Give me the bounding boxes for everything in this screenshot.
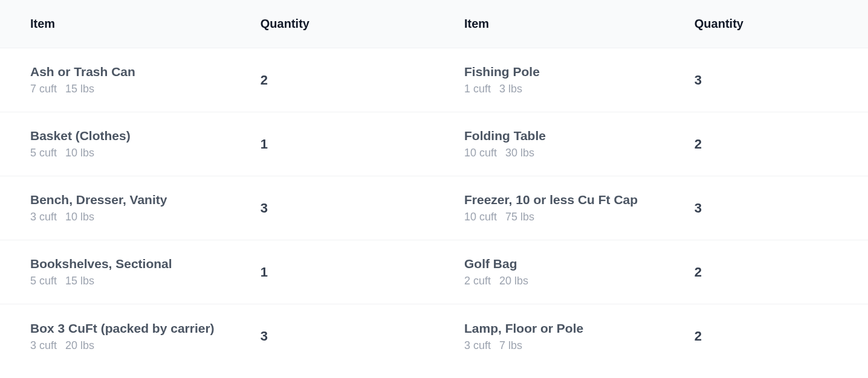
item-cell: Fishing Pole 1 cuft3 lbs: [434, 65, 695, 95]
table-header: Item Quantity: [0, 0, 434, 48]
item-lbs: 75 lbs: [505, 211, 534, 223]
item-cell: Bench, Dresser, Vanity 3 cuft10 lbs: [0, 193, 261, 223]
table-row: Basket (Clothes) 5 cuft10 lbs 1: [0, 112, 434, 176]
item-meta: 3 cuft20 lbs: [30, 339, 261, 352]
item-meta: 3 cuft7 lbs: [464, 339, 695, 352]
right-table: Item Quantity Fishing Pole 1 cuft3 lbs 3…: [434, 0, 868, 368]
quantity-value: 1: [261, 264, 434, 280]
header-quantity-label: Quantity: [695, 17, 868, 31]
quantity-value: 2: [261, 72, 434, 88]
table-row: Box 3 CuFt (packed by carrier) 3 cuft20 …: [0, 304, 434, 368]
item-cuft: 3 cuft: [464, 339, 491, 351]
quantity-value: 2: [695, 136, 868, 152]
item-name: Ash or Trash Can: [30, 65, 261, 79]
table-row: Bookshelves, Sectional 5 cuft15 lbs 1: [0, 240, 434, 304]
item-lbs: 30 lbs: [505, 147, 534, 159]
quantity-value: 2: [695, 328, 868, 344]
item-lbs: 7 lbs: [499, 339, 522, 351]
table-row: Fishing Pole 1 cuft3 lbs 3: [434, 48, 868, 112]
item-name: Box 3 CuFt (packed by carrier): [30, 321, 261, 336]
item-name: Golf Bag: [464, 257, 695, 271]
header-quantity-label: Quantity: [261, 17, 434, 31]
quantity-value: 3: [261, 200, 434, 216]
item-lbs: 20 lbs: [65, 339, 94, 351]
quantity-value: 3: [695, 72, 868, 88]
table-row: Freezer, 10 or less Cu Ft Cap 10 cuft75 …: [434, 176, 868, 240]
item-meta: 5 cuft15 lbs: [30, 275, 261, 287]
quantity-value: 3: [261, 328, 434, 344]
item-name: Bench, Dresser, Vanity: [30, 193, 261, 207]
item-meta: 7 cuft15 lbs: [30, 83, 261, 95]
item-lbs: 15 lbs: [65, 275, 94, 287]
item-meta: 1 cuft3 lbs: [464, 83, 695, 95]
item-lbs: 3 lbs: [499, 83, 522, 95]
item-cuft: 3 cuft: [30, 211, 57, 223]
item-cuft: 10 cuft: [464, 147, 497, 159]
item-name: Lamp, Floor or Pole: [464, 321, 695, 336]
item-name: Folding Table: [464, 129, 695, 143]
item-lbs: 20 lbs: [499, 275, 528, 287]
item-meta: 5 cuft10 lbs: [30, 147, 261, 159]
table-row: Ash or Trash Can 7 cuft15 lbs 2: [0, 48, 434, 112]
header-item-label: Item: [0, 17, 261, 31]
item-cell: Golf Bag 2 cuft20 lbs: [434, 257, 695, 287]
quantity-value: 1: [261, 136, 434, 152]
item-cell: Folding Table 10 cuft30 lbs: [434, 129, 695, 159]
item-cuft: 10 cuft: [464, 211, 497, 223]
table-row: Lamp, Floor or Pole 3 cuft7 lbs 2: [434, 304, 868, 368]
quantity-value: 3: [695, 200, 868, 216]
item-cell: Bookshelves, Sectional 5 cuft15 lbs: [0, 257, 261, 287]
item-meta: 10 cuft30 lbs: [464, 147, 695, 159]
item-meta: 3 cuft10 lbs: [30, 211, 261, 223]
item-cell: Freezer, 10 or less Cu Ft Cap 10 cuft75 …: [434, 193, 695, 223]
item-cell: Lamp, Floor or Pole 3 cuft7 lbs: [434, 321, 695, 352]
item-cuft: 3 cuft: [30, 339, 57, 351]
item-cell: Box 3 CuFt (packed by carrier) 3 cuft20 …: [0, 321, 261, 352]
item-cuft: 5 cuft: [30, 147, 57, 159]
item-meta: 2 cuft20 lbs: [464, 275, 695, 287]
item-lbs: 10 lbs: [65, 211, 94, 223]
table-row: Bench, Dresser, Vanity 3 cuft10 lbs 3: [0, 176, 434, 240]
item-name: Fishing Pole: [464, 65, 695, 79]
item-name: Basket (Clothes): [30, 129, 261, 143]
item-cell: Ash or Trash Can 7 cuft15 lbs: [0, 65, 261, 95]
table-header: Item Quantity: [434, 0, 868, 48]
item-cell: Basket (Clothes) 5 cuft10 lbs: [0, 129, 261, 159]
item-cuft: 1 cuft: [464, 83, 491, 95]
tables-container: Item Quantity Ash or Trash Can 7 cuft15 …: [0, 0, 868, 368]
item-meta: 10 cuft75 lbs: [464, 211, 695, 223]
item-cuft: 7 cuft: [30, 83, 57, 95]
item-lbs: 10 lbs: [65, 147, 94, 159]
header-item-label: Item: [434, 17, 695, 31]
item-name: Bookshelves, Sectional: [30, 257, 261, 271]
item-cuft: 2 cuft: [464, 275, 491, 287]
item-name: Freezer, 10 or less Cu Ft Cap: [464, 193, 695, 207]
table-row: Golf Bag 2 cuft20 lbs 2: [434, 240, 868, 304]
item-lbs: 15 lbs: [65, 83, 94, 95]
quantity-value: 2: [695, 264, 868, 280]
left-table: Item Quantity Ash or Trash Can 7 cuft15 …: [0, 0, 434, 368]
item-cuft: 5 cuft: [30, 275, 57, 287]
table-row: Folding Table 10 cuft30 lbs 2: [434, 112, 868, 176]
